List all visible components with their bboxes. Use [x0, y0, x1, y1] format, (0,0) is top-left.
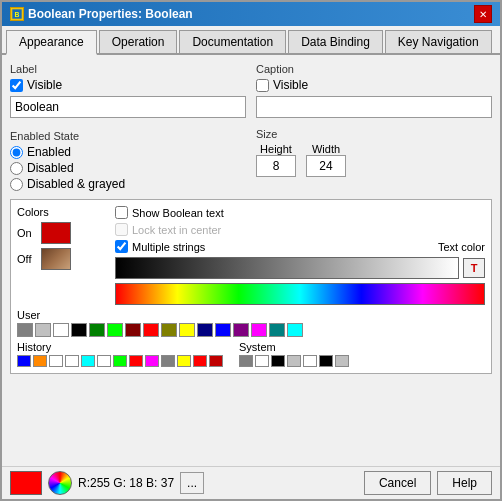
app-icon: B	[10, 7, 24, 21]
user-color-10[interactable]	[197, 323, 213, 337]
size-title: Size	[256, 128, 492, 140]
hist-color-0[interactable]	[17, 355, 31, 367]
on-color-swatch[interactable]	[41, 222, 71, 244]
user-color-14[interactable]	[269, 323, 285, 337]
label-visible-text: Visible	[27, 78, 62, 92]
color-value-text: R:255 G: 18 B: 37	[78, 476, 174, 490]
main-content: Label Visible Caption Visible Enabled St…	[2, 55, 500, 466]
user-color-8[interactable]	[161, 323, 177, 337]
user-color-0[interactable]	[17, 323, 33, 337]
user-color-3[interactable]	[71, 323, 87, 337]
on-color-row: On	[17, 222, 107, 244]
spectrum-bar[interactable]	[115, 283, 485, 305]
height-label: Height	[260, 143, 292, 155]
user-color-6[interactable]	[125, 323, 141, 337]
user-color-2[interactable]	[53, 323, 69, 337]
current-color-swatch[interactable]	[10, 471, 42, 495]
user-color-1[interactable]	[35, 323, 51, 337]
boolean-properties-dialog: B Boolean Properties: Boolean ✕ Appearan…	[0, 0, 502, 501]
sys-color-5[interactable]	[319, 355, 333, 367]
cancel-button[interactable]: Cancel	[364, 471, 431, 495]
hist-color-12[interactable]	[209, 355, 223, 367]
sys-color-1[interactable]	[255, 355, 269, 367]
sys-color-4[interactable]	[303, 355, 317, 367]
user-palette-section: User	[17, 309, 485, 337]
user-color-7[interactable]	[143, 323, 159, 337]
user-color-11[interactable]	[215, 323, 231, 337]
window-title: Boolean Properties: Boolean	[28, 7, 193, 21]
caption-visible-row: Visible	[256, 78, 492, 92]
tab-bar: Appearance Operation Documentation Data …	[2, 26, 500, 55]
hist-color-3[interactable]	[65, 355, 79, 367]
label-section: Label Visible	[10, 63, 246, 118]
more-options-button[interactable]: ...	[180, 472, 204, 494]
lock-text-checkbox[interactable]	[115, 223, 128, 236]
disabled-radio[interactable]	[10, 162, 23, 175]
system-section: System	[239, 341, 349, 367]
tab-key-navigation[interactable]: Key Navigation	[385, 30, 492, 53]
user-color-4[interactable]	[89, 323, 105, 337]
gradient-bar[interactable]	[115, 257, 459, 279]
close-button[interactable]: ✕	[474, 5, 492, 23]
multiple-strings-checkbox[interactable]	[115, 240, 128, 253]
show-boolean-checkbox[interactable]	[115, 206, 128, 219]
user-color-9[interactable]	[179, 323, 195, 337]
sys-color-3[interactable]	[287, 355, 301, 367]
user-color-12[interactable]	[233, 323, 249, 337]
tab-appearance[interactable]: Appearance	[6, 30, 97, 55]
colors-swatches: Colors On Off	[17, 206, 107, 305]
disabled-radio-row: Disabled	[10, 161, 246, 175]
label-value-input[interactable]	[10, 96, 246, 118]
enabled-label: Enabled	[27, 145, 71, 159]
colors-label: Colors	[17, 206, 107, 218]
hist-color-8[interactable]	[145, 355, 159, 367]
svg-text:B: B	[15, 11, 20, 18]
footer: R:255 G: 18 B: 37 ... Cancel Help	[2, 466, 500, 499]
hist-color-2[interactable]	[49, 355, 63, 367]
off-color-swatch[interactable]	[41, 248, 71, 270]
title-bar: B Boolean Properties: Boolean ✕	[2, 2, 500, 26]
caption-value-input[interactable]	[256, 96, 492, 118]
width-field: Width	[306, 143, 346, 177]
user-color-5[interactable]	[107, 323, 123, 337]
label-visible-checkbox[interactable]	[10, 79, 23, 92]
multiple-strings-row: Multiple strings Text color	[115, 240, 485, 253]
sys-color-6[interactable]	[335, 355, 349, 367]
hist-color-11[interactable]	[193, 355, 207, 367]
width-input[interactable]	[306, 155, 346, 177]
sys-color-2[interactable]	[271, 355, 285, 367]
hist-color-9[interactable]	[161, 355, 175, 367]
sys-color-0[interactable]	[239, 355, 253, 367]
hist-color-5[interactable]	[97, 355, 111, 367]
footer-left: R:255 G: 18 B: 37 ...	[10, 471, 204, 495]
enabled-radio[interactable]	[10, 146, 23, 159]
hist-color-6[interactable]	[113, 355, 127, 367]
user-color-13[interactable]	[251, 323, 267, 337]
tab-documentation[interactable]: Documentation	[179, 30, 286, 53]
help-button[interactable]: Help	[437, 471, 492, 495]
colors-options: Show Boolean text Lock text in center Mu…	[115, 206, 485, 305]
caption-section: Caption Visible	[256, 63, 492, 118]
height-field: Height	[256, 143, 296, 177]
label-title: Label	[10, 63, 246, 75]
text-color-button[interactable]: T	[463, 258, 485, 278]
color-wheel-button[interactable]	[48, 471, 72, 495]
history-label: History	[17, 341, 223, 353]
show-boolean-row: Show Boolean text	[115, 206, 485, 219]
state-size-row: Enabled State Enabled Disabled Disabled …	[10, 124, 492, 193]
width-label: Width	[312, 143, 340, 155]
hist-color-4[interactable]	[81, 355, 95, 367]
tab-data-binding[interactable]: Data Binding	[288, 30, 383, 53]
hist-color-7[interactable]	[129, 355, 143, 367]
disabled-grayed-radio-row: Disabled & grayed	[10, 177, 246, 191]
caption-visible-checkbox[interactable]	[256, 79, 269, 92]
hist-color-10[interactable]	[177, 355, 191, 367]
title-bar-left: B Boolean Properties: Boolean	[10, 7, 193, 21]
lock-text-row: Lock text in center	[115, 223, 485, 236]
hist-color-1[interactable]	[33, 355, 47, 367]
disabled-label: Disabled	[27, 161, 74, 175]
disabled-grayed-radio[interactable]	[10, 178, 23, 191]
height-input[interactable]	[256, 155, 296, 177]
tab-operation[interactable]: Operation	[99, 30, 178, 53]
user-color-15[interactable]	[287, 323, 303, 337]
